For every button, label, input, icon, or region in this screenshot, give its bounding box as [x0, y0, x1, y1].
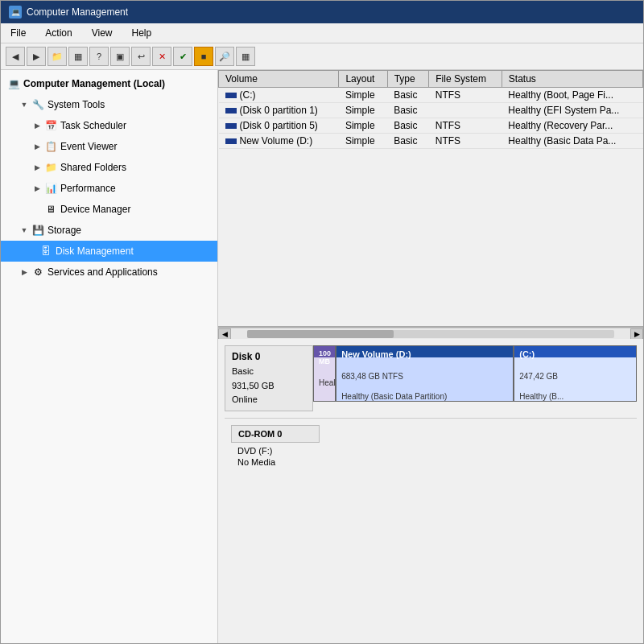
vol-name: (Disk 0 partition 1) — [219, 103, 339, 118]
title-icon: 💻 — [9, 6, 22, 19]
task-scheduler-label: Task Scheduler — [60, 120, 126, 131]
disk0-partitions: 100 MB Healthy New Volume (D:) 683,48 GB… — [313, 345, 637, 402]
expand-arrow-perf: ▶ — [33, 184, 41, 192]
tree-event-viewer[interactable]: ▶ 📋 Event Viewer — [1, 136, 217, 157]
disk0-size: 931,50 GB — [232, 381, 275, 390]
vol-status: Healthy (Recovery Par... — [502, 118, 642, 134]
services-label: Services and Applications — [47, 266, 158, 278]
tree-root[interactable]: 💻 Computer Management (Local) — [1, 73, 217, 94]
disk0-row: Disk 0 Basic 931,50 GB Online 100 MB Hea… — [225, 345, 637, 411]
window-title: Computer Management — [27, 6, 128, 18]
vol-type: Basic — [387, 103, 429, 118]
device-manager-label: Device Manager — [60, 204, 130, 215]
storage-label: Storage — [47, 225, 81, 236]
shared-folders-icon: 📁 — [44, 161, 57, 174]
c-part-detail: 247,42 GB — [519, 372, 631, 381]
services-icon: ⚙ — [31, 266, 44, 279]
toolbar-help[interactable]: ? — [89, 47, 109, 66]
system-tools-label: System Tools — [47, 99, 105, 110]
disk-view: Disk 0 Basic 931,50 GB Online 100 MB Hea… — [218, 339, 643, 500]
task-scheduler-icon: 📅 — [44, 119, 57, 132]
scroll-left-btn[interactable]: ◀ — [218, 328, 231, 340]
disk0-type: Basic — [232, 366, 254, 376]
vol-layout: Simple — [339, 134, 387, 149]
expand-arrow-shared: ▶ — [33, 163, 41, 171]
menu-file[interactable]: File — [6, 26, 31, 40]
system-tools-icon: 🔧 — [31, 98, 44, 111]
c-part-label: (C:) — [519, 349, 631, 359]
event-viewer-label: Event Viewer — [60, 141, 117, 152]
tree-root-label: Computer Management (Local) — [23, 78, 165, 89]
performance-icon: 📊 — [44, 182, 57, 195]
col-layout: Layout — [339, 71, 387, 88]
toolbar-orange[interactable]: ■ — [194, 47, 213, 66]
c-part-detail2: Healthy (B... — [519, 392, 631, 401]
tree-storage[interactable]: ▼ 💾 Storage — [1, 220, 217, 241]
horizontal-scrollbar[interactable]: ◀ ▶ — [218, 328, 643, 339]
partition-c[interactable]: (C:) 247,42 GB Healthy (B... — [514, 345, 637, 402]
volume-row-2[interactable]: (Disk 0 partition 5) Simple Basic NTFS H… — [219, 118, 643, 134]
scrollbar-track — [247, 330, 614, 338]
toolbar-back[interactable]: ◀ — [6, 47, 25, 66]
vol-type: Basic — [387, 88, 429, 103]
menu-action[interactable]: Action — [40, 26, 76, 40]
disk0-name: Disk 0 — [232, 349, 306, 365]
partition-d[interactable]: New Volume (D:) 683,48 GB NTFS Healthy (… — [336, 345, 514, 402]
tree-system-tools[interactable]: ▼ 🔧 System Tools — [1, 94, 217, 115]
col-type: Type — [387, 71, 429, 88]
scroll-right-btn[interactable]: ▶ — [630, 328, 643, 340]
cdrom-row: CD-ROM 0 — [231, 425, 630, 443]
volume-table: Volume Layout Type File System Status (C… — [218, 70, 643, 328]
volume-row-0[interactable]: (C:) Simple Basic NTFS Healthy (Boot, Pa… — [219, 88, 643, 103]
toolbar-delete[interactable]: ✕ — [152, 47, 171, 66]
tree-disk-management[interactable]: 🗄 Disk Management — [1, 241, 217, 262]
expand-arrow-event: ▶ — [33, 142, 41, 151]
col-status: Status — [502, 71, 642, 88]
toolbar-forward[interactable]: ▶ — [27, 47, 46, 66]
vol-status: Healthy (Basic Data Pa... — [502, 134, 642, 149]
expand-arrow: ▼ — [20, 101, 28, 109]
volume-row-1[interactable]: (Disk 0 partition 1) Simple Basic Health… — [219, 103, 643, 118]
vol-status: Healthy (Boot, Page Fi... — [502, 88, 642, 103]
toolbar-extra[interactable]: ▦ — [236, 47, 255, 66]
toolbar-folder[interactable]: 📁 — [47, 47, 67, 66]
cdrom-name: CD-ROM 0 — [238, 429, 282, 439]
computer-management-window: 💻 Computer Management File Action View H… — [0, 0, 644, 644]
menu-bar: File Action View Help — [1, 23, 643, 43]
vol-name: (Disk 0 partition 5) — [219, 118, 339, 134]
tree-performance[interactable]: ▶ 📊 Performance — [1, 178, 217, 199]
title-bar: 💻 Computer Management — [1, 1, 643, 23]
efi-part-detail: Healthy — [319, 378, 330, 387]
cdrom-type: DVD (F:) — [231, 446, 630, 456]
vol-fs: NTFS — [429, 134, 502, 149]
tree-task-scheduler[interactable]: ▶ 📅 Task Scheduler — [1, 115, 217, 136]
expand-arrow-task: ▶ — [33, 122, 41, 130]
tree-services[interactable]: ▶ ⚙ Services and Applications — [1, 262, 217, 283]
toolbar-grid[interactable]: ▦ — [68, 47, 88, 66]
col-filesystem: File System — [429, 71, 502, 88]
main-content: 💻 Computer Management (Local) ▼ 🔧 System… — [1, 70, 643, 643]
cdrom-type-label: DVD (F:) — [237, 446, 272, 456]
toolbar: ◀ ▶ 📁 ▦ ? ▣ ↩ ✕ ✔ ■ 🔎 ▦ — [1, 43, 643, 70]
vol-type: Basic — [387, 134, 429, 149]
toolbar-search[interactable]: 🔎 — [215, 47, 234, 66]
menu-view[interactable]: View — [87, 26, 118, 40]
volume-row-3[interactable]: New Volume (D:) Simple Basic NTFS Health… — [219, 134, 643, 149]
toolbar-undo[interactable]: ↩ — [131, 47, 151, 66]
sidebar: 💻 Computer Management (Local) ▼ 🔧 System… — [1, 70, 218, 643]
storage-icon: 💾 — [31, 224, 44, 237]
vol-fs — [429, 103, 502, 118]
tree-shared-folders[interactable]: ▶ 📁 Shared Folders — [1, 157, 217, 178]
toolbar-box[interactable]: ▣ — [110, 47, 130, 66]
vol-name: New Volume (D:) — [219, 134, 339, 149]
scrollbar-thumb[interactable] — [247, 330, 394, 338]
disk-management-icon: 🗄 — [39, 245, 52, 258]
d-part-detail: 683,48 GB NTFS — [341, 372, 508, 381]
toolbar-check[interactable]: ✔ — [173, 47, 192, 66]
tree-device-manager[interactable]: ▶ 🖥 Device Manager — [1, 199, 217, 220]
partition-efi[interactable]: 100 MB Healthy — [313, 345, 336, 402]
vol-layout: Simple — [339, 118, 387, 134]
menu-help[interactable]: Help — [127, 26, 157, 40]
volumes-data-table: Volume Layout Type File System Status (C… — [218, 70, 643, 149]
vol-status: Healthy (EFI System Pa... — [502, 103, 642, 118]
